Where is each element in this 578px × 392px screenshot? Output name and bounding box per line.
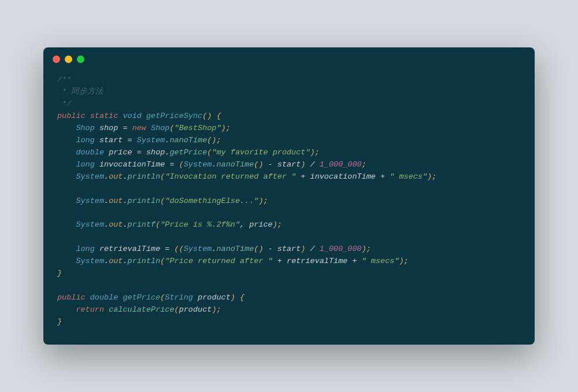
code-token: + xyxy=(376,172,390,181)
code-token: + xyxy=(296,172,310,181)
code-line: System.out.println("Price returned after… xyxy=(57,256,521,268)
code-token: ); xyxy=(427,172,436,181)
code-token: static xyxy=(90,112,123,120)
code-token: - xyxy=(263,245,277,253)
code-token: ); xyxy=(399,257,408,265)
code-token: "Price is %.2f%n" xyxy=(160,220,240,229)
maximize-icon[interactable] xyxy=(77,56,84,63)
code-token: - xyxy=(264,160,277,169)
code-token: start xyxy=(277,160,301,169)
code-token: public xyxy=(57,112,90,120)
code-token: out xyxy=(109,197,123,205)
code-token: "BestShop" xyxy=(175,124,221,132)
code-token: , xyxy=(240,220,249,229)
code-line: public double getPrice(String product) { xyxy=(57,292,521,304)
code-line xyxy=(57,183,521,195)
code-token: getPriceSync xyxy=(146,112,202,120)
code-token: price xyxy=(109,148,137,157)
code-token: product xyxy=(179,305,212,314)
code-token: ; xyxy=(362,160,366,169)
code-token: ); xyxy=(221,124,231,132)
code-token: println xyxy=(128,257,161,265)
code-token: ) { xyxy=(231,293,244,302)
code-token: double xyxy=(76,148,109,157)
code-line: long start = System.nanoTime(); xyxy=(57,135,521,147)
window-titlebar xyxy=(43,47,535,71)
code-line: System.out.println("Invocation returned … xyxy=(57,171,521,183)
code-token: / xyxy=(305,160,319,169)
code-line: return calculatePrice(product); xyxy=(57,304,521,316)
code-token: retrievalTime xyxy=(287,257,347,265)
code-token: retrievalTime xyxy=(99,245,165,253)
code-token: = xyxy=(165,245,174,253)
code-token: ); xyxy=(258,197,268,205)
code-token: void xyxy=(123,112,146,120)
code-window: /** * 同步方法 */public static void getPrice… xyxy=(43,47,535,344)
code-token: Shop xyxy=(76,124,99,132)
code-token: . xyxy=(104,257,109,265)
code-token: println xyxy=(128,197,161,205)
code-token: price xyxy=(249,220,273,229)
code-token: . xyxy=(104,197,109,205)
code-token: ); xyxy=(273,220,282,229)
code-token: invocationTime xyxy=(99,160,170,169)
code-token: "Invocation returned after " xyxy=(165,172,296,181)
close-icon[interactable] xyxy=(53,56,60,63)
code-token: System xyxy=(137,136,165,145)
code-token: = xyxy=(137,148,146,157)
code-token: nanoTime xyxy=(216,160,254,169)
code-token: . xyxy=(123,172,127,181)
code-token: = xyxy=(169,160,179,169)
code-token: start xyxy=(99,136,128,145)
code-token: 1_000_000 xyxy=(320,160,362,169)
code-token: */ xyxy=(57,99,71,108)
code-token: out xyxy=(109,172,123,181)
code-token: double xyxy=(90,293,123,302)
code-line: */ xyxy=(57,98,521,110)
code-token: System xyxy=(76,197,104,205)
code-token: shop xyxy=(146,148,165,157)
minimize-icon[interactable] xyxy=(65,56,72,63)
code-token: () xyxy=(254,160,263,169)
code-line: /** xyxy=(57,74,521,86)
code-block: /** * 同步方法 */public static void getPrice… xyxy=(43,71,535,344)
code-token: ( xyxy=(175,305,179,314)
code-line: Shop shop = new Shop("BestShop"); xyxy=(57,123,521,135)
code-line: System.out.printf("Price is %.2f%n", pri… xyxy=(57,219,521,231)
code-token: (); xyxy=(207,136,221,145)
code-token: (( xyxy=(175,245,184,253)
code-token: getPrice xyxy=(123,293,160,302)
code-token: () xyxy=(254,245,263,253)
code-token: long xyxy=(76,136,99,145)
code-token: System xyxy=(184,160,212,169)
code-token: = xyxy=(123,124,132,132)
code-line: double price = shop.getPrice("my favorit… xyxy=(57,147,521,159)
code-token: public xyxy=(57,293,90,302)
code-token: new xyxy=(132,124,151,132)
code-token: start xyxy=(277,245,301,253)
code-token: Shop xyxy=(151,124,169,132)
code-line: } xyxy=(57,316,521,328)
code-line: public static void getPriceSync() { xyxy=(57,110,521,123)
code-token: ); xyxy=(362,245,371,253)
code-token: long xyxy=(76,160,99,169)
code-line: * 同步方法 xyxy=(57,86,521,98)
code-token: nanoTime xyxy=(216,245,254,253)
code-token: /** xyxy=(57,75,71,84)
code-line: } xyxy=(57,268,521,280)
code-token: / xyxy=(305,245,319,253)
code-line: System.out.println("doSomethingElse...")… xyxy=(57,195,521,208)
code-token: return xyxy=(76,305,109,314)
code-line xyxy=(57,231,521,243)
code-token: ); xyxy=(212,305,221,314)
code-token: "Price returned after " xyxy=(165,257,272,265)
code-token: * 同步方法 xyxy=(57,87,103,96)
code-token: println xyxy=(128,172,161,181)
code-token: . xyxy=(123,220,127,229)
code-token: System xyxy=(76,257,104,265)
code-token: calculatePrice xyxy=(109,305,174,314)
code-token: out xyxy=(109,257,123,265)
code-token: ); xyxy=(310,148,320,157)
code-token: "doSomethingElse..." xyxy=(165,197,258,205)
code-token: 1_000_000 xyxy=(320,245,362,253)
